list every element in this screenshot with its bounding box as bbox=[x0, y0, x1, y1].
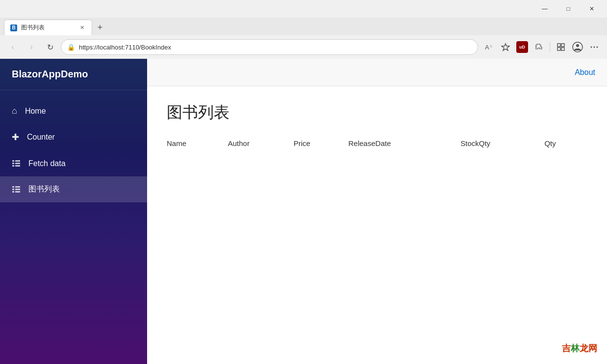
svg-text:A: A bbox=[485, 44, 489, 51]
svg-rect-12 bbox=[12, 160, 14, 162]
col-release-date: ReleaseDate bbox=[349, 135, 461, 151]
lock-icon: 🔒 bbox=[67, 44, 75, 51]
sidebar-item-counter-label: Counter bbox=[27, 133, 55, 142]
svg-rect-14 bbox=[12, 165, 14, 167]
svg-point-11 bbox=[597, 47, 598, 48]
refresh-button[interactable]: ↻ bbox=[42, 39, 58, 55]
svg-rect-3 bbox=[557, 44, 560, 47]
svg-text:☆: ☆ bbox=[489, 44, 493, 49]
new-tab-button[interactable]: + bbox=[92, 20, 108, 35]
address-input[interactable]: 🔒 https://localhost:7110/BookIndex bbox=[61, 39, 478, 55]
sidebar-item-counter[interactable]: ✚ Counter bbox=[0, 124, 147, 150]
tab-title: 图书列表 bbox=[21, 24, 74, 32]
window-controls: — □ ✕ bbox=[533, 1, 603, 16]
sidebar-item-fetch-data[interactable]: Fetch data bbox=[0, 150, 147, 176]
svg-rect-21 bbox=[15, 186, 20, 188]
tab-favicon: B bbox=[10, 24, 17, 31]
sidebar-item-home[interactable]: ⌂ Home bbox=[0, 98, 147, 124]
svg-rect-4 bbox=[561, 44, 564, 47]
svg-rect-20 bbox=[12, 191, 14, 193]
home-icon: ⌂ bbox=[12, 106, 17, 116]
svg-rect-16 bbox=[15, 163, 20, 164]
col-price: Price bbox=[294, 135, 349, 151]
more-options-icon[interactable] bbox=[586, 39, 602, 55]
sidebar-item-home-label: Home bbox=[25, 107, 46, 116]
col-name: Name bbox=[167, 135, 228, 151]
svg-rect-18 bbox=[12, 186, 14, 188]
tabs-bar: B 图书列表 ✕ + bbox=[0, 18, 607, 35]
maximize-button[interactable]: □ bbox=[557, 1, 580, 16]
about-link[interactable]: About bbox=[575, 68, 595, 77]
svg-rect-6 bbox=[561, 48, 564, 50]
sidebar: BlazorAppDemo ⌂ Home ✚ Counter bbox=[0, 59, 147, 364]
fetch-data-icon bbox=[12, 158, 21, 169]
sidebar-item-book-list-label: 图书列表 bbox=[28, 184, 60, 194]
favorites-icon[interactable] bbox=[498, 39, 513, 55]
col-qty: Qty bbox=[544, 135, 587, 151]
svg-rect-22 bbox=[15, 189, 20, 190]
sidebar-nav: ⌂ Home ✚ Counter Fetch bbox=[0, 90, 147, 210]
book-table: Name Author Price ReleaseDate StockQty Q… bbox=[167, 135, 587, 151]
sidebar-item-fetch-data-label: Fetch data bbox=[28, 159, 66, 168]
profile-icon[interactable] bbox=[570, 39, 585, 55]
svg-marker-2 bbox=[502, 44, 509, 50]
svg-point-9 bbox=[591, 47, 592, 48]
read-aloud-icon[interactable]: A ☆ bbox=[481, 39, 497, 55]
top-bar: About bbox=[147, 59, 607, 86]
col-author: Author bbox=[228, 135, 294, 151]
app-container: BlazorAppDemo ⌂ Home ✚ Counter bbox=[0, 59, 607, 364]
svg-rect-23 bbox=[15, 191, 20, 193]
svg-rect-5 bbox=[557, 48, 560, 50]
minimize-button[interactable]: — bbox=[533, 1, 556, 16]
toolbar-icons: A ☆ uD bbox=[481, 39, 602, 55]
svg-rect-15 bbox=[15, 160, 20, 162]
col-stock-qty: StockQty bbox=[460, 135, 544, 151]
svg-rect-19 bbox=[12, 189, 14, 190]
watermark-rest: 龙网 bbox=[580, 343, 597, 353]
watermark: 吉林龙网 bbox=[562, 342, 597, 354]
back-button[interactable]: ‹ bbox=[5, 39, 21, 55]
sidebar-item-book-list[interactable]: 图书列表 bbox=[0, 176, 147, 202]
close-button[interactable]: ✕ bbox=[581, 1, 603, 16]
svg-point-8 bbox=[576, 44, 579, 47]
forward-button[interactable]: › bbox=[24, 39, 39, 55]
watermark-lin: 林 bbox=[571, 343, 580, 353]
svg-point-10 bbox=[594, 47, 595, 48]
tab-close-icon[interactable]: ✕ bbox=[78, 24, 86, 32]
svg-rect-17 bbox=[15, 165, 20, 167]
address-bar: ‹ › ↻ 🔒 https://localhost:7110/BookIndex… bbox=[0, 35, 607, 59]
main-content: About 图书列表 Name Author Price ReleaseDate… bbox=[147, 59, 607, 364]
title-bar: — □ ✕ bbox=[0, 0, 607, 18]
ublock-icon[interactable]: uD bbox=[514, 39, 530, 55]
collections-icon[interactable] bbox=[553, 39, 569, 55]
url-text: https://localhost:7110/BookIndex bbox=[79, 44, 472, 51]
page-title: 图书列表 bbox=[167, 102, 587, 123]
ublock-badge: uD bbox=[516, 41, 528, 53]
watermark-ji: 吉 bbox=[562, 343, 571, 353]
counter-icon: ✚ bbox=[12, 132, 19, 143]
page-body: 图书列表 Name Author Price ReleaseDate Stock… bbox=[147, 86, 607, 364]
toolbar-separator bbox=[550, 42, 550, 52]
extensions-icon[interactable] bbox=[531, 39, 547, 55]
sidebar-brand: BlazorAppDemo bbox=[0, 59, 147, 90]
svg-rect-13 bbox=[12, 163, 14, 164]
book-list-icon bbox=[12, 184, 21, 194]
active-tab[interactable]: B 图书列表 ✕ bbox=[4, 20, 92, 35]
table-header-row: Name Author Price ReleaseDate StockQty Q… bbox=[167, 135, 587, 151]
